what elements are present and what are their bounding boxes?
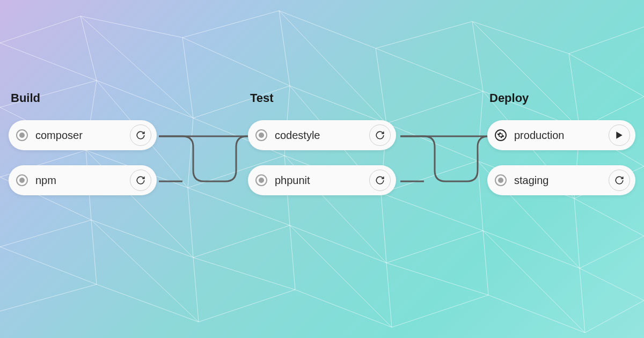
status-pending-icon xyxy=(255,129,267,141)
job-npm[interactable]: npm xyxy=(9,165,157,195)
retry-button[interactable] xyxy=(130,170,151,191)
pipeline: Build composer npm Test codest xyxy=(0,91,644,195)
stage-deploy: Deploy production staging xyxy=(487,91,635,195)
status-pending-icon xyxy=(495,174,507,186)
retry-button[interactable] xyxy=(369,170,391,191)
status-manual-icon xyxy=(495,129,507,141)
stage-title-build: Build xyxy=(9,91,157,105)
retry-button[interactable] xyxy=(609,170,630,191)
job-codestyle[interactable]: codestyle xyxy=(248,120,396,150)
jobs-deploy: production staging xyxy=(487,120,635,195)
job-label: production xyxy=(514,129,609,142)
status-pending-icon xyxy=(255,174,267,186)
retry-icon xyxy=(136,130,145,140)
retry-icon xyxy=(375,130,385,140)
retry-icon xyxy=(136,175,145,185)
gear-icon xyxy=(497,131,504,139)
retry-icon xyxy=(614,175,624,185)
play-icon xyxy=(616,131,623,139)
play-button[interactable] xyxy=(609,124,630,146)
job-composer[interactable]: composer xyxy=(9,120,157,150)
job-label: codestyle xyxy=(275,129,369,142)
job-staging[interactable]: staging xyxy=(487,165,635,195)
retry-button[interactable] xyxy=(130,124,151,146)
stage-build: Build composer npm xyxy=(9,91,157,195)
retry-button[interactable] xyxy=(369,124,391,146)
job-label: phpunit xyxy=(275,174,369,187)
status-pending-icon xyxy=(16,174,28,186)
job-phpunit[interactable]: phpunit xyxy=(248,165,396,195)
jobs-test: codestyle phpunit xyxy=(248,120,396,195)
status-pending-icon xyxy=(16,129,28,141)
stage-test: Test codestyle phpunit xyxy=(248,91,396,195)
job-production[interactable]: production xyxy=(487,120,635,150)
job-label: staging xyxy=(514,174,609,187)
stage-title-test: Test xyxy=(248,91,396,105)
jobs-build: composer npm xyxy=(9,120,157,195)
job-label: npm xyxy=(35,174,130,187)
stage-title-deploy: Deploy xyxy=(487,91,635,105)
job-label: composer xyxy=(35,129,130,142)
retry-icon xyxy=(375,175,385,185)
